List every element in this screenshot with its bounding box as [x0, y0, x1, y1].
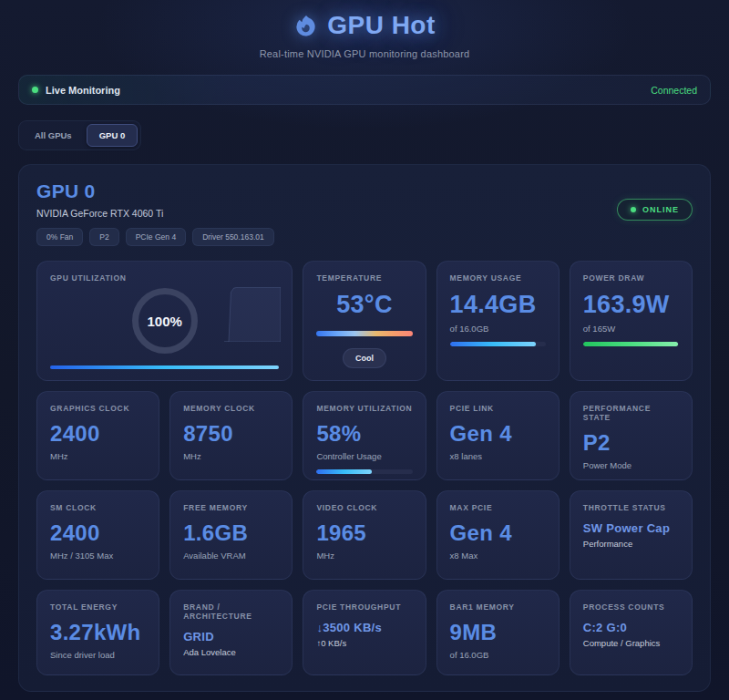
memory-clock-sub: MHz	[183, 451, 279, 461]
card-total-energy: TOTAL ENERGY 3.27kWh Since driver load	[36, 590, 159, 675]
online-dot-icon	[631, 207, 636, 212]
memory-utilization-sub: Controller Usage	[316, 451, 412, 461]
card-label: SM CLOCK	[50, 503, 146, 512]
gpu-panel-header: GPU 0 NVIDIA GeForce RTX 4060 Ti 0% Fan …	[36, 180, 693, 246]
card-label: PROCESS COUNTS	[583, 602, 679, 612]
card-label: VIDEO CLOCK	[316, 503, 412, 512]
throttle-status-sub: Performance	[583, 539, 679, 549]
total-energy-sub: Since driver load	[50, 650, 146, 660]
utilization-sparkline	[224, 285, 281, 342]
bar1-memory-value: 9MB	[450, 620, 546, 645]
card-label: BRAND / ARCHITECTURE	[183, 602, 279, 621]
pcie-link-value: Gen 4	[450, 421, 546, 447]
badge-pcie: PCIe Gen 4	[126, 228, 186, 246]
connection-status: Connected	[651, 85, 697, 96]
bar1-memory-sub: of 16.0GB	[450, 650, 546, 660]
process-counts-sub: Compute / Graphics	[583, 638, 679, 648]
app-subtitle: Real-time NVIDIA GPU monitoring dashboar…	[18, 48, 711, 59]
free-memory-value: 1.6GB	[183, 520, 279, 546]
memory-utilization-bar	[316, 469, 412, 474]
card-label: FREE MEMORY	[183, 503, 279, 512]
badge-pstate: P2	[89, 228, 118, 246]
live-dot-icon	[32, 87, 38, 93]
card-label: MEMORY USAGE	[450, 273, 546, 283]
sm-clock-value: 2400	[50, 520, 146, 546]
card-max-pcie: MAX PCIE Gen 4 x8 Max	[436, 490, 560, 580]
max-pcie-sub: x8 Max	[450, 551, 546, 561]
memory-usage-bar	[450, 342, 546, 346]
card-power-draw: POWER DRAW 163.9W of 165W	[570, 261, 693, 381]
tab-all-gpus[interactable]: All GPUs	[22, 124, 85, 147]
gpu-panel: GPU 0 NVIDIA GeForce RTX 4060 Ti 0% Fan …	[18, 164, 711, 692]
tab-gpu-0[interactable]: GPU 0	[87, 124, 139, 147]
gpu-tabs: All GPUs GPU 0	[18, 120, 141, 150]
pcie-link-sub: x8 lanes	[450, 451, 546, 461]
power-draw-bar	[583, 342, 679, 346]
card-pcie-link: PCIE LINK Gen 4 x8 lanes	[436, 391, 560, 480]
card-brand-architecture: BRAND / ARCHITECTURE GRID Ada Lovelace	[169, 590, 293, 675]
card-label: POWER DRAW	[583, 273, 679, 283]
card-label: TEMPERATURE	[316, 273, 412, 283]
card-memory-usage: MEMORY USAGE 14.4GB of 16.0GB	[436, 261, 560, 381]
card-label: BAR1 MEMORY	[450, 602, 546, 612]
video-clock-value: 1965	[316, 520, 412, 546]
video-clock-sub: MHz	[316, 551, 412, 561]
gpu-name: NVIDIA GeForce RTX 4060 Ti	[36, 208, 693, 219]
free-memory-sub: Available VRAM	[183, 551, 279, 561]
card-label: MEMORY CLOCK	[183, 404, 279, 413]
card-performance-state: PERFORMANCE STATE P2 Power Mode	[570, 391, 693, 480]
card-pcie-throughput: PCIE THROUGHPUT ↓3500 KB/s ↑0 KB/s	[303, 590, 426, 675]
card-label: THROTTLE STATUS	[583, 503, 679, 512]
sm-clock-sub: MHz / 3105 Max	[50, 551, 146, 561]
card-label: PCIE LINK	[450, 404, 546, 413]
temperature-gradient-bar	[316, 331, 412, 336]
card-label: GRAPHICS CLOCK	[50, 404, 146, 413]
card-sm-clock: SM CLOCK 2400 MHz / 3105 Max	[36, 490, 159, 580]
power-draw-sub: of 165W	[583, 324, 679, 334]
card-video-clock: VIDEO CLOCK 1965 MHz	[303, 490, 426, 580]
graphics-clock-value: 2400	[50, 421, 146, 447]
utilization-gauge: 100%	[132, 288, 198, 354]
badge-driver: Driver 550.163.01	[192, 228, 274, 246]
dashboard-page: GPU Hot Real-time NVIDIA GPU monitoring …	[0, 0, 729, 700]
gpu-title: GPU 0	[36, 180, 693, 202]
card-label: MAX PCIE	[450, 503, 546, 512]
card-label: PCIE THROUGHPUT	[316, 602, 412, 612]
performance-state-sub: Power Mode	[583, 460, 679, 470]
utilization-bar	[50, 365, 279, 369]
memory-usage-sub: of 16.0GB	[450, 324, 546, 334]
temperature-status-pill: Cool	[343, 348, 386, 368]
memory-clock-value: 8750	[183, 421, 279, 447]
card-gpu-utilization: GPU UTILIZATION 100%	[36, 261, 293, 381]
card-label: TOTAL ENERGY	[50, 602, 146, 612]
card-label: GPU UTILIZATION	[50, 273, 279, 283]
card-label: MEMORY UTILIZATION	[316, 404, 412, 413]
power-draw-value: 163.9W	[583, 291, 679, 319]
architecture-sub: Ada Lovelace	[183, 647, 279, 657]
gpu-badges: 0% Fan P2 PCIe Gen 4 Driver 550.163.01	[36, 228, 693, 246]
max-pcie-value: Gen 4	[450, 520, 546, 546]
badge-fan: 0% Fan	[36, 228, 83, 246]
card-throttle-status: THROTTLE STATUS SW Power Cap Performance	[570, 490, 693, 580]
graphics-clock-sub: MHz	[50, 451, 146, 461]
card-bar1-memory: BAR1 MEMORY 9MB of 16.0GB	[436, 590, 560, 675]
total-energy-value: 3.27kWh	[50, 620, 146, 645]
pcie-rx-value: ↓3500 KB/s	[316, 621, 412, 634]
throttle-status-value: SW Power Cap	[583, 521, 679, 535]
live-monitoring-label: Live Monitoring	[46, 85, 120, 96]
performance-state-value: P2	[583, 430, 679, 456]
card-label: PERFORMANCE STATE	[583, 404, 679, 422]
live-monitoring-bar: Live Monitoring Connected	[18, 75, 711, 105]
card-memory-utilization: MEMORY UTILIZATION 58% Controller Usage	[303, 391, 426, 480]
app-header: GPU Hot Real-time NVIDIA GPU monitoring …	[18, 11, 711, 59]
temperature-value: 53°C	[316, 291, 412, 319]
utilization-value: 100%	[148, 314, 182, 329]
app-title: GPU Hot	[327, 11, 436, 40]
memory-usage-value: 14.4GB	[450, 291, 546, 319]
card-memory-clock: MEMORY CLOCK 8750 MHz	[169, 391, 293, 480]
pcie-tx-value: ↑0 KB/s	[316, 638, 412, 648]
metric-grid: GPU UTILIZATION 100% TEMPERATURE 53°C	[36, 261, 693, 675]
card-process-counts: PROCESS COUNTS C:2 G:0 Compute / Graphic…	[570, 590, 693, 675]
memory-utilization-value: 58%	[316, 421, 412, 447]
card-temperature: TEMPERATURE 53°C Cool	[303, 261, 426, 381]
